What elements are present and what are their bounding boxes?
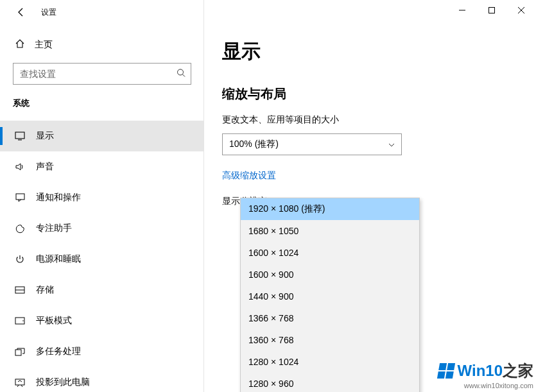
scale-combobox[interactable]: 100% (推荐) — [222, 133, 402, 155]
home-icon — [14, 38, 26, 51]
nav-item-label: 投影到此电脑 — [36, 377, 90, 388]
section-scale-layout: 缩放与布局 — [222, 85, 518, 103]
advanced-scale-link[interactable]: 高级缩放设置 — [222, 170, 276, 182]
resolution-option[interactable]: 1600 × 1024 — [241, 242, 419, 264]
nav-item-sound[interactable]: 声音 — [0, 151, 204, 182]
sound-icon — [14, 162, 26, 171]
nav-item-storage[interactable]: 存储 — [0, 275, 204, 305]
search-icon — [177, 69, 186, 80]
window-controls — [447, 0, 536, 21]
nav-item-multitask[interactable]: 多任务处理 — [0, 336, 204, 367]
nav-item-label: 声音 — [36, 161, 54, 173]
home-label: 主页 — [35, 39, 53, 51]
search-box[interactable] — [13, 63, 191, 85]
resolution-option[interactable]: 1920 × 1080 (推荐) — [241, 198, 419, 220]
nav-item-notification[interactable]: 通知和操作 — [0, 182, 204, 213]
nav-item-label: 多任务处理 — [36, 346, 81, 357]
nav-item-project[interactable]: 投影到此电脑 — [0, 367, 204, 392]
resolution-option[interactable]: 1680 × 1050 — [241, 220, 419, 242]
nav-item-label: 专注助手 — [36, 223, 72, 234]
nav-item-label: 显示 — [36, 130, 54, 142]
sidebar-group-label: 系统 — [0, 98, 204, 109]
nav-item-label: 通知和操作 — [36, 192, 81, 203]
watermark-url: www.win10xitong.com — [438, 382, 533, 389]
nav-item-focus[interactable]: 专注助手 — [0, 213, 204, 244]
nav-item-label: 存储 — [36, 284, 54, 296]
windows-logo-icon — [437, 363, 454, 379]
close-button[interactable] — [506, 0, 536, 21]
svg-rect-13 — [15, 350, 21, 355]
focus-icon — [14, 224, 26, 234]
watermark: Win10之家 www.win10xitong.com — [438, 361, 533, 389]
resolution-option[interactable]: 1280 × 1024 — [241, 351, 419, 373]
svg-rect-14 — [15, 379, 24, 385]
close-icon — [518, 7, 524, 13]
svg-rect-8 — [16, 194, 24, 200]
minimize-button[interactable] — [447, 0, 477, 21]
power-icon — [14, 255, 26, 264]
nav-item-power[interactable]: 电源和睡眠 — [0, 244, 204, 275]
svg-point-12 — [22, 320, 24, 321]
svg-line-5 — [183, 74, 186, 77]
page-title: 显示 — [222, 38, 518, 65]
watermark-brand2: 之家 — [503, 362, 533, 379]
resolution-option[interactable]: 1600 × 900 — [241, 264, 419, 285]
minimize-icon — [459, 7, 465, 13]
resolution-option[interactable]: 1366 × 768 — [241, 307, 419, 329]
svg-point-4 — [178, 69, 184, 75]
window-title: 设置 — [41, 7, 56, 18]
scale-value: 100% (推荐) — [229, 139, 279, 150]
resolution-dropdown[interactable]: 1920 × 1080 (推荐)1680 × 10501600 × 102416… — [240, 198, 420, 392]
watermark-brand1: Win10 — [458, 362, 503, 379]
resolution-option[interactable]: 1360 × 768 — [241, 329, 419, 351]
nav-item-display[interactable]: 显示 — [0, 121, 204, 151]
nav-item-label: 电源和睡眠 — [36, 253, 81, 265]
back-button[interactable] — [10, 1, 32, 23]
back-icon — [16, 7, 26, 17]
nav-item-label: 平板模式 — [36, 315, 72, 327]
maximize-button[interactable] — [477, 0, 506, 21]
chevron-down-icon — [388, 141, 395, 148]
storage-icon — [14, 286, 26, 294]
tablet-icon — [14, 317, 26, 325]
resolution-option[interactable]: 1280 × 960 — [241, 373, 419, 392]
svg-rect-6 — [15, 132, 24, 139]
notification-icon — [14, 193, 26, 202]
resolution-option[interactable]: 1440 × 900 — [241, 285, 419, 307]
scale-label: 更改文本、应用等项目的大小 — [222, 114, 518, 126]
maximize-icon — [488, 7, 495, 13]
nav-item-tablet[interactable]: 平板模式 — [0, 305, 204, 336]
multitask-icon — [14, 348, 26, 356]
display-icon — [14, 132, 26, 141]
project-icon — [14, 379, 26, 387]
search-input[interactable] — [13, 64, 170, 84]
home-nav[interactable]: 主页 — [0, 32, 204, 58]
svg-rect-1 — [489, 8, 495, 13]
